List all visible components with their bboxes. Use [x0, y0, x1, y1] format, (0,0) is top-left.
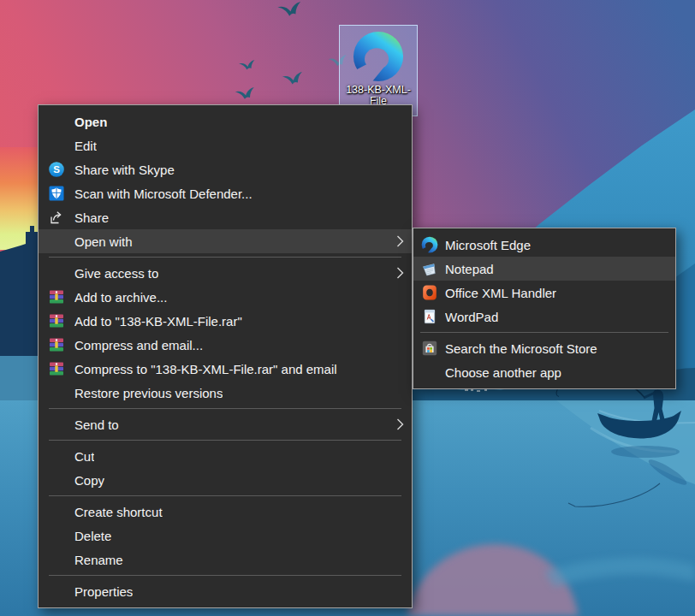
menu-separator: [420, 332, 668, 333]
menu-item-compress-and-email[interactable]: Compress and email...: [39, 333, 412, 357]
menu-item-label: WordPad: [445, 310, 498, 324]
menu-item-label: Cut: [74, 449, 94, 464]
menu-item-properties[interactable]: Properties: [39, 579, 412, 603]
menu-item-give-access-to[interactable]: Give access to: [39, 261, 412, 285]
menu-item-label: Choose another app: [445, 365, 561, 380]
menu-item-copy[interactable]: Copy: [39, 468, 412, 492]
icon-spacer: [48, 113, 65, 130]
menu-item-label: Copy: [74, 473, 104, 488]
desktop-icon-138-kb-xml-file[interactable]: 138-KB-XML- File: [339, 25, 418, 116]
svg-text:S: S: [53, 164, 60, 175]
menu-item-search-microsoft-store[interactable]: Search the Microsoft Store: [413, 336, 675, 360]
menu-item-office-xml-handler[interactable]: Office XML Handler: [413, 281, 675, 305]
menu-item-share-with-skype[interactable]: SShare with Skype: [39, 157, 412, 181]
menu-item-label: Scan with Microsoft Defender...: [74, 187, 252, 201]
menu-item-label: Delete: [74, 529, 111, 543]
menu-separator: [49, 408, 401, 409]
menu-item-label: Edit: [74, 139, 97, 153]
icon-spacer: [48, 233, 65, 250]
menu-item-label: Restore previous versions: [74, 386, 223, 400]
submenu-expand-icon: [396, 235, 404, 247]
menu-item-label: Open: [74, 115, 107, 129]
icon-spacer: [48, 527, 65, 544]
icon-spacer: [48, 503, 65, 520]
menu-item-share[interactable]: Share: [39, 205, 412, 229]
menu-separator: [49, 257, 401, 258]
menu-item-scan-with-microsoft-defender[interactable]: Scan with Microsoft Defender...: [39, 181, 412, 205]
edge-logo-icon: [352, 30, 405, 83]
icon-spacer: [48, 137, 65, 154]
menu-item-label: Open with: [74, 234, 133, 249]
icon-spacer: [48, 471, 65, 489]
menu-item-label: Rename: [74, 553, 123, 567]
winrar-icon: [48, 288, 65, 305]
submenu-expand-icon: [396, 267, 404, 279]
menu-item-open[interactable]: Open: [39, 110, 412, 133]
icon-spacer: [48, 551, 65, 568]
skype-icon: S: [48, 161, 65, 178]
icon-spacer: [48, 384, 65, 401]
store-icon: [421, 340, 438, 357]
menu-item-rename[interactable]: Rename: [39, 548, 412, 572]
menu-item-label: Microsoft Edge: [445, 238, 531, 252]
boat-reflection: [611, 446, 680, 458]
menu-item-add-to-rar[interactable]: Add to "138-KB-XML-File.rar": [39, 309, 412, 333]
icon-spacer: [48, 264, 65, 281]
notepad-icon: [421, 260, 438, 277]
menu-item-create-shortcut[interactable]: Create shortcut: [39, 500, 412, 524]
share-icon: [48, 209, 65, 226]
menu-item-compress-to-rar-and-email[interactable]: Compress to "138-KB-XML-File.rar" and em…: [39, 357, 412, 381]
edge-icon: [421, 236, 438, 253]
menu-item-add-to-archive[interactable]: Add to archive...: [39, 285, 412, 309]
menu-item-label: Create shortcut: [74, 505, 163, 519]
icon-spacer: [48, 416, 65, 433]
winrar-icon: [48, 312, 65, 329]
menu-item-delete[interactable]: Delete: [39, 524, 412, 548]
submenu-expand-icon: [396, 418, 404, 430]
desktop: 138-KB-XML- File OpenEditSShare with Sky…: [0, 0, 695, 616]
menu-item-open-with[interactable]: Open with: [39, 229, 412, 253]
icon-spacer: [421, 364, 438, 381]
winrar-icon: [48, 360, 65, 377]
menu-separator: [49, 575, 401, 576]
menu-item-wordpad[interactable]: WordPad: [413, 305, 675, 329]
menu-item-cut[interactable]: Cut: [39, 444, 412, 468]
icon-spacer: [48, 447, 65, 465]
menu-item-restore-previous-versions[interactable]: Restore previous versions: [39, 381, 412, 405]
menu-item-label: Compress and email...: [74, 338, 203, 352]
menu-item-choose-another-app[interactable]: Choose another app: [413, 360, 675, 384]
icon-spacer: [48, 583, 65, 600]
menu-separator: [49, 495, 401, 496]
menu-item-label: Search the Microsoft Store: [445, 341, 597, 356]
menu-separator: [49, 440, 401, 441]
context-menu: OpenEditSShare with SkypeScan with Micro…: [38, 104, 413, 608]
menu-item-notepad[interactable]: Notepad: [413, 257, 675, 281]
menu-item-label: Properties: [74, 584, 133, 599]
menu-item-label: Add to "138-KB-XML-File.rar": [74, 314, 242, 329]
menu-item-label: Office XML Handler: [445, 286, 556, 300]
menu-item-label: Share with Skype: [74, 163, 175, 177]
menu-item-label: Notepad: [445, 262, 494, 276]
menu-item-edit[interactable]: Edit: [39, 133, 412, 157]
menu-item-microsoft-edge[interactable]: Microsoft Edge: [413, 233, 675, 257]
menu-item-label: Send to: [74, 418, 119, 432]
office-icon: [421, 284, 438, 301]
menu-item-label: Share: [74, 210, 109, 225]
wordpad-icon: [421, 308, 438, 325]
winrar-icon: [48, 336, 65, 353]
menu-item-label: Compress to "138-KB-XML-File.rar" and em…: [74, 362, 337, 376]
defender-icon: [48, 185, 65, 202]
menu-item-send-to[interactable]: Send to: [39, 412, 412, 436]
menu-item-label: Give access to: [74, 266, 158, 281]
menu-item-label: Add to archive...: [74, 290, 167, 305]
open-with-submenu: Microsoft EdgeNotepadOffice XML HandlerW…: [413, 228, 676, 389]
